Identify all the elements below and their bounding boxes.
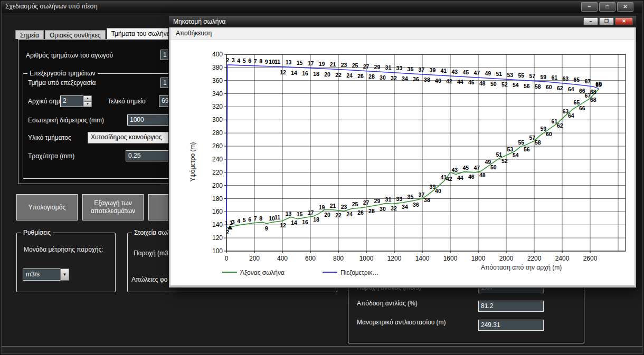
stepper-arrows[interactable]: ▲ ▼ <box>83 95 92 107</box>
svg-text:28: 28 <box>368 208 375 214</box>
svg-text:16: 16 <box>302 70 308 76</box>
start-point-stepper[interactable]: 2 ▲ ▼ <box>60 95 92 107</box>
svg-text:40: 40 <box>435 188 441 194</box>
pump-head-label: Μανομετρικό αντλιοστασίου (m) <box>357 319 446 326</box>
tab-points[interactable]: Σημεία <box>15 30 44 39</box>
svg-text:1400: 1400 <box>415 255 430 262</box>
minimize-icon[interactable]: – <box>581 2 598 12</box>
chart-titlebar[interactable]: Μηκοτομή σωλήνα – ❐ ✕ <box>169 16 636 27</box>
svg-text:2400: 2400 <box>555 255 570 262</box>
svg-text:68: 68 <box>590 89 596 95</box>
svg-text:15: 15 <box>297 211 303 217</box>
start-point-value[interactable]: 2 <box>60 95 83 107</box>
svg-text:6: 6 <box>248 216 251 223</box>
tab-pipe-segments[interactable]: Τμήματα του σωλήνα <box>107 28 175 39</box>
svg-text:2000: 2000 <box>499 255 514 262</box>
maximize-icon[interactable]: □ <box>599 2 615 12</box>
svg-text:48: 48 <box>479 80 486 87</box>
minimize-icon[interactable]: – <box>583 17 598 25</box>
svg-text:17: 17 <box>308 209 314 216</box>
flow-unit-dropdown[interactable]: m3/s ▼ <box>23 268 69 281</box>
svg-text:240: 240 <box>212 156 223 163</box>
svg-text:360: 360 <box>212 77 223 84</box>
svg-text:56: 56 <box>524 146 530 152</box>
svg-text:40: 40 <box>435 78 441 84</box>
svg-text:600: 600 <box>305 255 316 262</box>
calculate-button[interactable]: Υπολογισμός <box>16 194 78 220</box>
svg-text:42: 42 <box>446 176 452 182</box>
flow-unit-value[interactable]: m3/s <box>23 268 60 281</box>
svg-text:2: 2 <box>226 229 229 235</box>
svg-text:Απόσταση από την αρχή (m): Απόσταση από την αρχή (m) <box>481 264 562 271</box>
svg-text:63: 63 <box>562 75 569 82</box>
export-results-button[interactable]: Εξαγωγή των αποτελεσμάτων <box>82 194 144 220</box>
svg-text:800: 800 <box>333 255 344 262</box>
svg-text:60: 60 <box>546 84 552 90</box>
svg-text:58: 58 <box>535 83 541 90</box>
svg-text:27: 27 <box>363 199 370 206</box>
svg-text:3: 3 <box>232 57 235 63</box>
svg-text:29: 29 <box>374 64 381 70</box>
pump-efficiency-field[interactable]: 81.2 <box>478 301 544 312</box>
tab-boundary-conditions[interactable]: Οριακές συνθήκες <box>45 30 106 39</box>
svg-text:5: 5 <box>243 217 246 223</box>
svg-text:15: 15 <box>297 60 303 66</box>
svg-text:12: 12 <box>280 69 286 75</box>
svg-text:29: 29 <box>374 198 381 204</box>
svg-text:320: 320 <box>212 103 223 110</box>
chart-window-title: Μηκοτομή σωλήνα <box>173 18 225 25</box>
svg-text:3: 3 <box>232 219 235 225</box>
svg-text:20: 20 <box>324 71 330 78</box>
material-dropdown[interactable]: Χυτοσίδηρος καινούργιος <box>88 132 180 143</box>
pump-head-field[interactable]: 249.31 <box>478 320 544 331</box>
svg-text:Πιεζομετρικ…: Πιεζομετρικ… <box>340 269 378 276</box>
main-window-title: Σχεδιασμός σωλήνων υπό πίεση <box>5 3 98 10</box>
svg-text:48: 48 <box>479 172 486 178</box>
close-icon[interactable]: ✕ <box>615 17 633 25</box>
svg-text:41: 41 <box>441 68 447 74</box>
svg-text:7: 7 <box>254 215 257 222</box>
svg-text:4: 4 <box>237 57 240 64</box>
svg-text:8: 8 <box>259 215 262 222</box>
svg-text:19: 19 <box>319 204 325 210</box>
svg-text:33: 33 <box>396 196 403 202</box>
svg-text:27: 27 <box>363 63 370 70</box>
segment-edit-group-title: Επεξεργασία τμημάτων <box>27 70 98 77</box>
svg-text:22: 22 <box>335 212 342 218</box>
svg-text:35: 35 <box>408 194 414 200</box>
svg-text:47: 47 <box>474 70 480 76</box>
end-point-label: Τελικό σημείο <box>108 98 146 105</box>
svg-text:57: 57 <box>529 73 535 79</box>
svg-text:17: 17 <box>308 60 314 66</box>
svg-text:23: 23 <box>341 204 347 210</box>
svg-text:24: 24 <box>346 72 353 79</box>
svg-text:200: 200 <box>212 182 223 189</box>
svg-text:65: 65 <box>573 76 580 83</box>
restore-icon[interactable]: ❐ <box>599 17 614 25</box>
chart-caption-buttons: – ❐ ✕ <box>583 17 633 25</box>
close-icon[interactable]: ✕ <box>617 2 633 12</box>
svg-text:53: 53 <box>507 72 513 78</box>
svg-text:14: 14 <box>291 70 297 76</box>
main-titlebar[interactable]: Σχεδιασμός σωλήνων υπό πίεση <box>1 1 643 13</box>
svg-text:47: 47 <box>474 165 480 171</box>
svg-text:280: 280 <box>212 129 223 137</box>
svg-text:64: 64 <box>568 112 574 119</box>
svg-text:62: 62 <box>557 85 563 91</box>
material-label: Υλικό τμήματος <box>28 134 71 141</box>
spin-down-icon[interactable]: ▼ <box>83 101 92 107</box>
svg-text:120: 120 <box>212 234 223 242</box>
chevron-down-icon[interactable]: ▼ <box>60 268 69 281</box>
svg-text:31: 31 <box>385 64 392 71</box>
svg-text:2: 2 <box>226 57 229 63</box>
svg-text:38: 38 <box>424 197 430 203</box>
svg-text:67: 67 <box>584 78 591 84</box>
svg-text:1: 1 <box>225 220 228 226</box>
svg-text:43: 43 <box>452 69 458 75</box>
svg-text:380: 380 <box>212 64 223 71</box>
spin-up-icon[interactable]: ▲ <box>83 95 92 101</box>
svg-text:2600: 2600 <box>583 255 598 262</box>
svg-text:25: 25 <box>352 201 358 207</box>
menu-save[interactable]: Αποθήκευση <box>171 27 217 37</box>
svg-text:36: 36 <box>413 202 419 208</box>
